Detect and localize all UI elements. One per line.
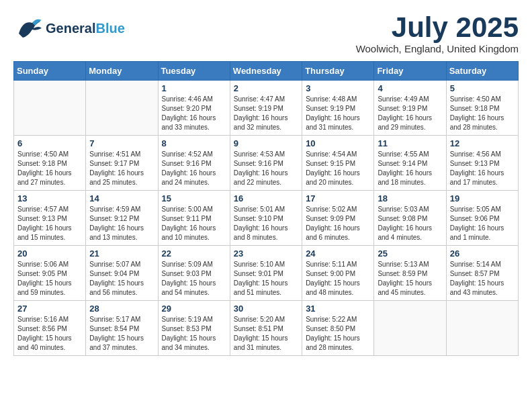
calendar-cell: 16Sunrise: 5:01 AMSunset: 9:10 PMDayligh…: [230, 191, 302, 246]
calendar-cell: [86, 81, 158, 136]
location: Woolwich, England, United Kingdom: [356, 43, 519, 54]
day-number: 16: [234, 193, 298, 203]
day-info: Sunrise: 5:07 AMSunset: 9:04 PMDaylight:…: [89, 260, 154, 298]
day-info: Sunrise: 5:17 AMSunset: 8:54 PMDaylight:…: [89, 315, 154, 353]
day-number: 10: [306, 138, 370, 148]
day-info: Sunrise: 4:47 AMSunset: 9:19 PMDaylight:…: [234, 95, 298, 132]
day-number: 28: [89, 304, 154, 314]
day-info: Sunrise: 5:22 AMSunset: 8:50 PMDaylight:…: [306, 315, 370, 353]
calendar-cell: 6Sunrise: 4:50 AMSunset: 9:18 PMDaylight…: [14, 136, 86, 191]
day-info: Sunrise: 5:11 AMSunset: 9:00 PMDaylight:…: [306, 260, 370, 298]
day-info: Sunrise: 5:03 AMSunset: 9:08 PMDaylight:…: [378, 205, 442, 242]
calendar-cell: 2Sunrise: 4:47 AMSunset: 9:19 PMDaylight…: [230, 81, 302, 136]
calendar-cell: 14Sunrise: 4:59 AMSunset: 9:12 PMDayligh…: [86, 191, 158, 246]
day-info: Sunrise: 4:48 AMSunset: 9:19 PMDaylight:…: [306, 95, 370, 132]
day-info: Sunrise: 4:51 AMSunset: 9:17 PMDaylight:…: [89, 150, 154, 187]
day-number: 14: [89, 193, 154, 203]
day-number: 23: [234, 248, 298, 259]
calendar-cell: 22Sunrise: 5:09 AMSunset: 9:03 PMDayligh…: [158, 246, 230, 301]
day-info: Sunrise: 5:13 AMSunset: 8:59 PMDaylight:…: [378, 260, 442, 298]
day-info: Sunrise: 5:02 AMSunset: 9:09 PMDaylight:…: [306, 205, 370, 242]
day-info: Sunrise: 4:54 AMSunset: 9:15 PMDaylight:…: [306, 150, 370, 187]
day-info: Sunrise: 5:00 AMSunset: 9:11 PMDaylight:…: [162, 205, 226, 242]
logo: GeneralBlue: [13, 13, 125, 43]
day-number: 25: [378, 248, 442, 259]
calendar-cell: 18Sunrise: 5:03 AMSunset: 9:08 PMDayligh…: [374, 191, 446, 246]
day-number: 21: [89, 248, 154, 259]
day-number: 9: [234, 138, 298, 148]
day-number: 26: [450, 248, 515, 259]
calendar-cell: 5Sunrise: 4:50 AMSunset: 9:18 PMDaylight…: [446, 81, 518, 136]
day-number: 4: [378, 83, 442, 93]
day-number: 8: [162, 138, 226, 148]
day-number: 3: [306, 83, 370, 93]
day-number: 12: [450, 138, 515, 148]
day-info: Sunrise: 5:10 AMSunset: 9:01 PMDaylight:…: [234, 260, 298, 298]
day-number: 29: [162, 304, 226, 314]
day-info: Sunrise: 5:16 AMSunset: 8:56 PMDaylight:…: [17, 315, 82, 353]
calendar-header-saturday: Saturday: [446, 62, 518, 81]
day-number: 2: [234, 83, 298, 93]
calendar-cell: [14, 81, 86, 136]
day-number: 30: [234, 304, 298, 314]
day-number: 15: [162, 193, 226, 203]
day-info: Sunrise: 4:50 AMSunset: 9:18 PMDaylight:…: [17, 150, 82, 187]
logo-text: GeneralBlue: [46, 21, 125, 36]
calendar-cell: 24Sunrise: 5:11 AMSunset: 9:00 PMDayligh…: [302, 246, 374, 301]
calendar-cell: 26Sunrise: 5:14 AMSunset: 8:57 PMDayligh…: [446, 246, 518, 301]
calendar-cell: 3Sunrise: 4:48 AMSunset: 9:19 PMDaylight…: [302, 81, 374, 136]
day-info: Sunrise: 5:05 AMSunset: 9:06 PMDaylight:…: [450, 205, 515, 242]
calendar-cell: 19Sunrise: 5:05 AMSunset: 9:06 PMDayligh…: [446, 191, 518, 246]
logo-part2: Blue: [95, 21, 124, 36]
logo-part1: General: [46, 21, 95, 36]
calendar-header-wednesday: Wednesday: [230, 62, 302, 81]
month-title: July 2025: [356, 13, 519, 42]
day-number: 11: [378, 138, 442, 148]
calendar-header-tuesday: Tuesday: [158, 62, 230, 81]
day-info: Sunrise: 5:06 AMSunset: 9:05 PMDaylight:…: [17, 260, 82, 298]
title-block: July 2025 Woolwich, England, United King…: [356, 13, 519, 54]
day-number: 6: [17, 138, 82, 148]
calendar-cell: 29Sunrise: 5:19 AMSunset: 8:53 PMDayligh…: [158, 301, 230, 356]
page-header: GeneralBlue July 2025 Woolwich, England,…: [13, 13, 519, 54]
day-info: Sunrise: 5:19 AMSunset: 8:53 PMDaylight:…: [162, 315, 226, 353]
calendar-week-1: 1Sunrise: 4:46 AMSunset: 9:20 PMDaylight…: [14, 81, 519, 136]
calendar-cell: 20Sunrise: 5:06 AMSunset: 9:05 PMDayligh…: [14, 246, 86, 301]
calendar-cell: 12Sunrise: 4:56 AMSunset: 9:13 PMDayligh…: [446, 136, 518, 191]
day-number: 22: [162, 248, 226, 259]
calendar-header-sunday: Sunday: [14, 62, 86, 81]
calendar-cell: [374, 301, 446, 356]
calendar-cell: 23Sunrise: 5:10 AMSunset: 9:01 PMDayligh…: [230, 246, 302, 301]
calendar-cell: 25Sunrise: 5:13 AMSunset: 8:59 PMDayligh…: [374, 246, 446, 301]
day-number: 5: [450, 83, 515, 93]
calendar-cell: 10Sunrise: 4:54 AMSunset: 9:15 PMDayligh…: [302, 136, 374, 191]
day-info: Sunrise: 5:01 AMSunset: 9:10 PMDaylight:…: [234, 205, 298, 242]
calendar-cell: 7Sunrise: 4:51 AMSunset: 9:17 PMDaylight…: [86, 136, 158, 191]
logo-icon: [13, 13, 43, 43]
day-info: Sunrise: 4:52 AMSunset: 9:16 PMDaylight:…: [162, 150, 226, 187]
calendar-week-3: 13Sunrise: 4:57 AMSunset: 9:13 PMDayligh…: [14, 191, 519, 246]
calendar-cell: 28Sunrise: 5:17 AMSunset: 8:54 PMDayligh…: [86, 301, 158, 356]
calendar-cell: 13Sunrise: 4:57 AMSunset: 9:13 PMDayligh…: [14, 191, 86, 246]
day-info: Sunrise: 4:53 AMSunset: 9:16 PMDaylight:…: [234, 150, 298, 187]
day-info: Sunrise: 4:56 AMSunset: 9:13 PMDaylight:…: [450, 150, 515, 187]
calendar-cell: 27Sunrise: 5:16 AMSunset: 8:56 PMDayligh…: [14, 301, 86, 356]
day-info: Sunrise: 5:20 AMSunset: 8:51 PMDaylight:…: [234, 315, 298, 353]
day-info: Sunrise: 4:50 AMSunset: 9:18 PMDaylight:…: [450, 95, 515, 132]
day-number: 27: [17, 304, 82, 314]
calendar-cell: 1Sunrise: 4:46 AMSunset: 9:20 PMDaylight…: [158, 81, 230, 136]
calendar-cell: [446, 301, 518, 356]
day-number: 1: [162, 83, 226, 93]
day-number: 18: [378, 193, 442, 203]
calendar-header-monday: Monday: [86, 62, 158, 81]
day-number: 31: [306, 304, 370, 314]
calendar-table: SundayMondayTuesdayWednesdayThursdayFrid…: [13, 61, 519, 356]
day-info: Sunrise: 4:57 AMSunset: 9:13 PMDaylight:…: [17, 205, 82, 242]
day-number: 20: [17, 248, 82, 259]
calendar-cell: 11Sunrise: 4:55 AMSunset: 9:14 PMDayligh…: [374, 136, 446, 191]
calendar-cell: 17Sunrise: 5:02 AMSunset: 9:09 PMDayligh…: [302, 191, 374, 246]
day-number: 24: [306, 248, 370, 259]
day-number: 17: [306, 193, 370, 203]
calendar-cell: 31Sunrise: 5:22 AMSunset: 8:50 PMDayligh…: [302, 301, 374, 356]
calendar-cell: 30Sunrise: 5:20 AMSunset: 8:51 PMDayligh…: [230, 301, 302, 356]
